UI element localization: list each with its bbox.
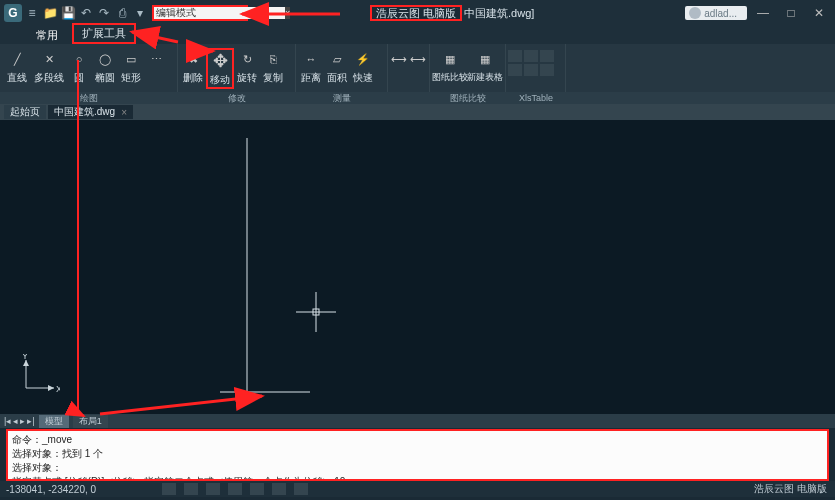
- qat-save-icon[interactable]: 💾: [60, 5, 76, 21]
- more-icon: ⋯: [146, 48, 166, 70]
- win-close-button[interactable]: ✕: [807, 5, 831, 21]
- user-badge[interactable]: adlad...: [685, 6, 747, 20]
- dist-icon: ↔: [301, 48, 321, 70]
- quick-icon: ⚡: [353, 48, 373, 70]
- ellipse-icon: ◯: [95, 48, 115, 70]
- ext-tool-2[interactable]: [524, 50, 538, 62]
- copy-icon: ⎘: [263, 48, 283, 70]
- qat-open-icon[interactable]: 📁: [42, 5, 58, 21]
- doc-tabs: 起始页 中国建筑.dwg×: [0, 104, 835, 120]
- tab-common[interactable]: 常用: [28, 27, 66, 44]
- win-max-button[interactable]: □: [779, 5, 803, 21]
- ribbon-group-labels: 绘图 修改 测量 图纸比较 XlsTable: [0, 92, 835, 104]
- tool-dim1[interactable]: ⟷: [390, 48, 409, 70]
- compare-icon: ▦: [440, 48, 460, 70]
- search-box: ×: [152, 5, 248, 21]
- tool-ellipse[interactable]: ◯椭圆: [92, 48, 118, 85]
- drawing-canvas[interactable]: X Y: [0, 120, 835, 414]
- status-bar: -138041, -234220, 0 浩辰云图 电脑版: [0, 481, 835, 497]
- qat-undo-icon[interactable]: ↶: [78, 5, 94, 21]
- tool-rect-label: 矩形: [121, 71, 141, 85]
- dim2-icon: ⟷: [408, 48, 428, 70]
- group-label-modify: 修改: [178, 92, 296, 104]
- area-icon: ▱: [327, 48, 347, 70]
- qat-more-icon[interactable]: ▾: [132, 5, 148, 21]
- group-label-compare: 图纸比较: [430, 92, 506, 104]
- tool-ellipse-label: 椭圆: [95, 71, 115, 85]
- status-icon-6[interactable]: [272, 483, 286, 495]
- tool-polyline[interactable]: ✕多段线: [32, 48, 66, 85]
- layout-1-tab[interactable]: 布局1: [73, 415, 108, 428]
- ext-tool-3[interactable]: [540, 50, 554, 62]
- cmd-line-2: 选择对象：找到 1 个: [12, 447, 823, 461]
- group-label-xtab: XlsTable: [506, 92, 566, 104]
- ext-tool-4[interactable]: [508, 64, 522, 76]
- tool-rotate[interactable]: ↻旋转: [234, 48, 260, 85]
- doctab-active[interactable]: 中国建筑.dwg×: [48, 105, 133, 119]
- svg-text:X: X: [56, 384, 60, 394]
- win-min-button[interactable]: —: [751, 5, 775, 21]
- tool-delete[interactable]: ✖删除: [180, 48, 206, 85]
- status-brand: 浩辰云图 电脑版: [746, 482, 835, 496]
- status-icon-5[interactable]: [250, 483, 264, 495]
- status-icon-4[interactable]: [228, 483, 242, 495]
- qat-print-icon[interactable]: ⎙: [114, 5, 130, 21]
- tool-circle[interactable]: ○圆: [66, 48, 92, 85]
- layout-prev-icon[interactable]: ◂: [13, 416, 18, 426]
- tool-compare-label: 图纸比较: [432, 71, 468, 84]
- rotate-icon: ↻: [237, 48, 257, 70]
- tool-move[interactable]: ✥移动: [206, 48, 234, 89]
- delete-icon: ✖: [183, 48, 203, 70]
- file-title: 中国建筑.dwg]: [464, 6, 534, 21]
- tool-delete-label: 删除: [183, 71, 203, 85]
- layout-model-tab[interactable]: 模型: [39, 415, 69, 428]
- svg-text:Y: Y: [22, 354, 28, 361]
- tool-quick-label: 快速: [353, 71, 373, 85]
- svg-marker-7: [48, 385, 54, 391]
- cmd-line-3: 选择对象：: [12, 461, 823, 475]
- layout-next-icon[interactable]: ▸: [20, 416, 25, 426]
- group-label-draw: 绘图: [0, 92, 178, 104]
- tool-area-label: 面积: [327, 71, 347, 85]
- ext-tool-6[interactable]: [540, 64, 554, 76]
- tool-rect[interactable]: ▭矩形: [118, 48, 144, 85]
- tool-compare[interactable]: ▦图纸比较: [432, 48, 468, 84]
- line-icon: ╱: [7, 48, 27, 70]
- tool-move-label: 移动: [210, 73, 230, 87]
- tool-line[interactable]: ╱直线: [2, 48, 32, 85]
- doctab-start[interactable]: 起始页: [4, 105, 46, 119]
- group-label-annot: [388, 92, 430, 104]
- tool-area[interactable]: ▱面积: [324, 48, 350, 85]
- app-logo[interactable]: G: [4, 4, 22, 22]
- ext-tool-1[interactable]: [508, 50, 522, 62]
- tab-extend-tools[interactable]: 扩展工具: [72, 23, 136, 44]
- status-icon-1[interactable]: [162, 483, 176, 495]
- menu-tabs: 常用 扩展工具: [0, 26, 835, 44]
- tool-newtable-label: 新建表格: [467, 71, 503, 84]
- tool-more-draw[interactable]: ⋯: [144, 48, 168, 70]
- status-coords: -138041, -234220, 0: [0, 484, 102, 495]
- cmd-line-1: 命令：_move: [12, 433, 823, 447]
- group-label-measure: 测量: [296, 92, 388, 104]
- doctab-close-icon[interactable]: ×: [121, 107, 127, 118]
- search-clear-icon[interactable]: ×: [285, 7, 290, 19]
- command-window[interactable]: 命令：_move 选择对象：找到 1 个 选择对象： 指定基点或 [位移(D)]…: [6, 429, 829, 481]
- ribbon: ╱直线 ✕多段线 ○圆 ◯椭圆 ▭矩形 ⋯ ✖删除 ✥移动 ↻旋转 ⎘复制 ↔距…: [0, 44, 835, 92]
- layout-last-icon[interactable]: ▸|: [27, 416, 34, 426]
- qat-redo-icon[interactable]: ↷: [96, 5, 112, 21]
- status-icon-3[interactable]: [206, 483, 220, 495]
- status-icon-7[interactable]: [294, 483, 308, 495]
- status-icon-2[interactable]: [184, 483, 198, 495]
- tool-quick[interactable]: ⚡快速: [350, 48, 376, 85]
- tool-copy[interactable]: ⎘复制: [260, 48, 286, 85]
- tool-dist-label: 距离: [301, 71, 321, 85]
- tool-dist[interactable]: ↔距离: [298, 48, 324, 85]
- layout-first-icon[interactable]: |◂: [4, 416, 11, 426]
- tool-dim2[interactable]: ⟷: [409, 48, 428, 70]
- ext-tool-5[interactable]: [524, 64, 538, 76]
- tool-newtable[interactable]: ▦新建表格: [468, 48, 504, 84]
- rect-icon: ▭: [121, 48, 141, 70]
- search-input[interactable]: [154, 7, 285, 19]
- dim-icon: ⟷: [389, 48, 409, 70]
- qat-menu-icon[interactable]: ≡: [24, 5, 40, 21]
